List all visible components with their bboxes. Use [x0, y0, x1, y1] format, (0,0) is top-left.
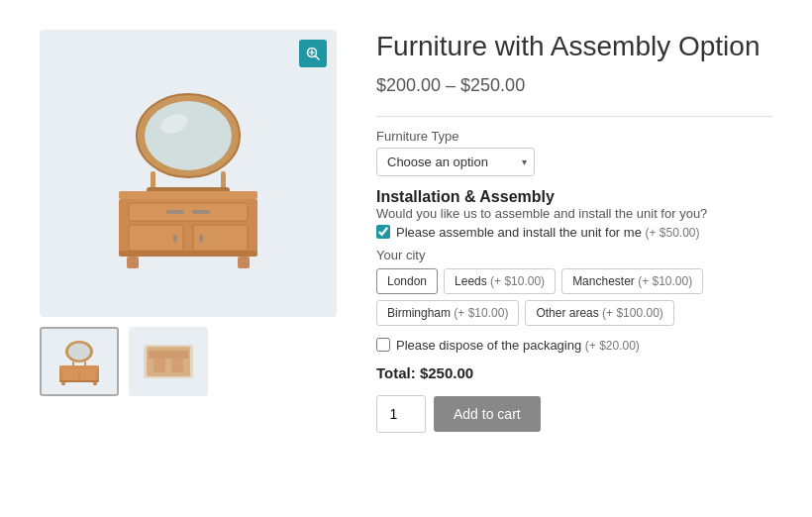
- price-divider: [376, 116, 772, 117]
- svg-rect-10: [119, 191, 257, 199]
- quantity-input[interactable]: [376, 395, 426, 433]
- city-button-leeds[interactable]: Leeds (+ $10.00): [444, 268, 556, 294]
- furniture-type-select-wrapper: Choose an option Type A Type B ▾: [376, 148, 535, 176]
- svg-point-5: [145, 101, 232, 170]
- svg-rect-29: [59, 380, 99, 382]
- dresser-illustration: [79, 74, 297, 272]
- thumbnail-2[interactable]: [129, 327, 208, 396]
- city-button-other[interactable]: Other areas (+ $100.00): [525, 300, 673, 326]
- city-button-manchester[interactable]: Manchester (+ $10.00): [561, 268, 703, 294]
- dispose-checkbox[interactable]: [376, 338, 390, 352]
- svg-rect-12: [119, 251, 257, 257]
- svg-rect-26: [59, 365, 99, 367]
- add-to-cart-button[interactable]: Add to cart: [434, 396, 541, 432]
- assemble-checkbox-row: Please assemble and install the unit for…: [376, 225, 772, 240]
- svg-rect-21: [238, 257, 250, 268]
- assemble-checkbox[interactable]: [376, 225, 390, 239]
- svg-rect-32: [61, 382, 65, 385]
- furniture-type-label: Furniture Type: [376, 129, 772, 144]
- thumbnail-1[interactable]: [40, 327, 119, 396]
- cart-row: Add to cart: [376, 395, 772, 433]
- product-images: [40, 30, 337, 487]
- city-buttons-group: London Leeds (+ $10.00) Manchester (+ $1…: [376, 268, 772, 326]
- svg-line-1: [316, 56, 320, 60]
- svg-point-23: [68, 344, 90, 361]
- svg-rect-17: [173, 235, 177, 243]
- svg-rect-28: [61, 368, 97, 373]
- svg-rect-7: [151, 171, 155, 189]
- main-product-image: [40, 30, 337, 317]
- svg-rect-33: [93, 382, 97, 385]
- product-title: Furniture with Assembly Option: [376, 30, 772, 63]
- assemble-label[interactable]: Please assemble and install the unit for…: [396, 225, 700, 240]
- svg-rect-31: [80, 373, 96, 380]
- dispose-checkbox-row: Please dispose of the packaging (+ $20.0…: [376, 338, 772, 353]
- page-wrapper: Furniture with Assembly Option $200.00 –…: [0, 0, 812, 517]
- dispose-label[interactable]: Please dispose of the packaging (+ $20.0…: [396, 338, 640, 353]
- furniture-type-select[interactable]: Choose an option Type A Type B: [376, 148, 535, 176]
- svg-rect-30: [62, 373, 78, 380]
- installation-section-subtitle: Would you like us to assemble and instal…: [376, 206, 772, 221]
- city-button-birmingham[interactable]: Birmingham (+ $10.00): [376, 300, 519, 326]
- installation-section-title: Installation & Assembly: [376, 188, 772, 206]
- furniture-type-field: Furniture Type Choose an option Type A T…: [376, 129, 772, 176]
- zoom-icon: [306, 47, 320, 60]
- svg-rect-19: [199, 235, 203, 243]
- thumbnail-strip: [40, 327, 337, 396]
- zoom-button[interactable]: [299, 40, 327, 67]
- installation-section: Installation & Assembly Would you like u…: [376, 184, 772, 240]
- city-button-london[interactable]: London: [376, 268, 438, 294]
- svg-rect-14: [166, 210, 184, 214]
- product-price: $200.00 – $250.00: [376, 75, 772, 96]
- svg-rect-20: [127, 257, 139, 268]
- svg-rect-13: [129, 203, 248, 221]
- svg-rect-38: [171, 359, 183, 372]
- svg-rect-37: [153, 359, 165, 372]
- svg-rect-8: [221, 171, 226, 189]
- svg-rect-15: [192, 210, 210, 214]
- city-label: Your city: [376, 248, 772, 262]
- product-details: Furniture with Assembly Option $200.00 –…: [376, 30, 772, 487]
- city-section: Your city London Leeds (+ $10.00) Manche…: [376, 248, 772, 330]
- svg-rect-36: [149, 351, 188, 359]
- total-row: Total: $250.00: [376, 364, 772, 381]
